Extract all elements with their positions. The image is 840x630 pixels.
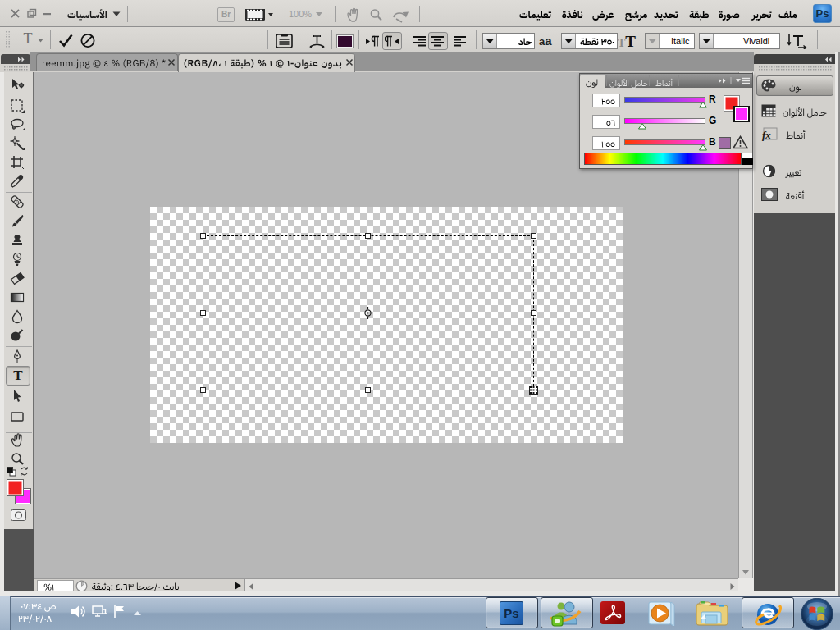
svg-text:fx: fx [762,129,771,141]
